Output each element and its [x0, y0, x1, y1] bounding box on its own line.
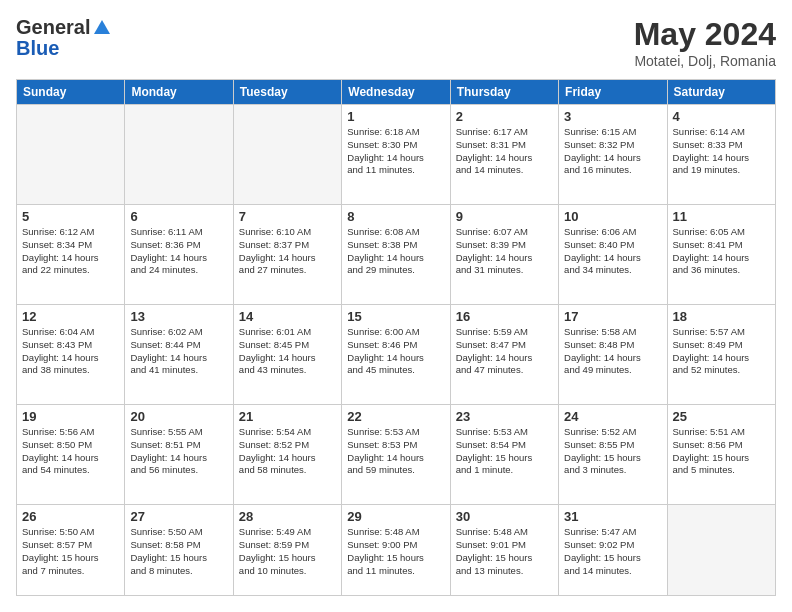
- logo-icon: [92, 18, 112, 38]
- logo: General Blue: [16, 16, 112, 60]
- day-info: Sunrise: 5:51 AM Sunset: 8:56 PM Dayligh…: [673, 426, 770, 477]
- day-info: Sunrise: 5:58 AM Sunset: 8:48 PM Dayligh…: [564, 326, 661, 377]
- day-info: Sunrise: 5:53 AM Sunset: 8:53 PM Dayligh…: [347, 426, 444, 477]
- calendar-header-thursday: Thursday: [450, 80, 558, 105]
- day-number: 4: [673, 109, 770, 124]
- calendar-cell: 7Sunrise: 6:10 AM Sunset: 8:37 PM Daylig…: [233, 205, 341, 305]
- day-number: 20: [130, 409, 227, 424]
- calendar-cell: 6Sunrise: 6:11 AM Sunset: 8:36 PM Daylig…: [125, 205, 233, 305]
- calendar-cell: [667, 505, 775, 596]
- day-info: Sunrise: 5:56 AM Sunset: 8:50 PM Dayligh…: [22, 426, 119, 477]
- calendar-header-friday: Friday: [559, 80, 667, 105]
- day-number: 5: [22, 209, 119, 224]
- calendar-cell: 21Sunrise: 5:54 AM Sunset: 8:52 PM Dayli…: [233, 405, 341, 505]
- day-number: 24: [564, 409, 661, 424]
- day-number: 18: [673, 309, 770, 324]
- day-number: 27: [130, 509, 227, 524]
- day-number: 28: [239, 509, 336, 524]
- day-number: 30: [456, 509, 553, 524]
- day-info: Sunrise: 5:53 AM Sunset: 8:54 PM Dayligh…: [456, 426, 553, 477]
- day-number: 1: [347, 109, 444, 124]
- day-number: 17: [564, 309, 661, 324]
- day-number: 13: [130, 309, 227, 324]
- day-number: 14: [239, 309, 336, 324]
- calendar-cell: 19Sunrise: 5:56 AM Sunset: 8:50 PM Dayli…: [17, 405, 125, 505]
- page: General Blue May 2024 Motatei, Dolj, Rom…: [0, 0, 792, 612]
- logo-blue: Blue: [16, 37, 59, 60]
- calendar-cell: 29Sunrise: 5:48 AM Sunset: 9:00 PM Dayli…: [342, 505, 450, 596]
- calendar-week-1: 5Sunrise: 6:12 AM Sunset: 8:34 PM Daylig…: [17, 205, 776, 305]
- day-info: Sunrise: 5:48 AM Sunset: 9:01 PM Dayligh…: [456, 526, 553, 577]
- calendar-cell: 18Sunrise: 5:57 AM Sunset: 8:49 PM Dayli…: [667, 305, 775, 405]
- day-info: Sunrise: 6:02 AM Sunset: 8:44 PM Dayligh…: [130, 326, 227, 377]
- calendar-cell: 20Sunrise: 5:55 AM Sunset: 8:51 PM Dayli…: [125, 405, 233, 505]
- day-info: Sunrise: 6:12 AM Sunset: 8:34 PM Dayligh…: [22, 226, 119, 277]
- calendar-cell: 17Sunrise: 5:58 AM Sunset: 8:48 PM Dayli…: [559, 305, 667, 405]
- day-number: 6: [130, 209, 227, 224]
- calendar-header-row: SundayMondayTuesdayWednesdayThursdayFrid…: [17, 80, 776, 105]
- day-number: 11: [673, 209, 770, 224]
- day-number: 8: [347, 209, 444, 224]
- day-number: 9: [456, 209, 553, 224]
- calendar-cell: 28Sunrise: 5:49 AM Sunset: 8:59 PM Dayli…: [233, 505, 341, 596]
- calendar-cell: 3Sunrise: 6:15 AM Sunset: 8:32 PM Daylig…: [559, 105, 667, 205]
- day-info: Sunrise: 6:08 AM Sunset: 8:38 PM Dayligh…: [347, 226, 444, 277]
- calendar-cell: 11Sunrise: 6:05 AM Sunset: 8:41 PM Dayli…: [667, 205, 775, 305]
- day-number: 22: [347, 409, 444, 424]
- day-number: 2: [456, 109, 553, 124]
- day-info: Sunrise: 6:05 AM Sunset: 8:41 PM Dayligh…: [673, 226, 770, 277]
- calendar-cell: 12Sunrise: 6:04 AM Sunset: 8:43 PM Dayli…: [17, 305, 125, 405]
- day-info: Sunrise: 6:04 AM Sunset: 8:43 PM Dayligh…: [22, 326, 119, 377]
- day-info: Sunrise: 6:11 AM Sunset: 8:36 PM Dayligh…: [130, 226, 227, 277]
- day-info: Sunrise: 6:10 AM Sunset: 8:37 PM Dayligh…: [239, 226, 336, 277]
- day-number: 25: [673, 409, 770, 424]
- day-info: Sunrise: 6:06 AM Sunset: 8:40 PM Dayligh…: [564, 226, 661, 277]
- calendar-header-monday: Monday: [125, 80, 233, 105]
- title-section: May 2024 Motatei, Dolj, Romania: [634, 16, 776, 69]
- day-info: Sunrise: 6:17 AM Sunset: 8:31 PM Dayligh…: [456, 126, 553, 177]
- calendar-cell: 22Sunrise: 5:53 AM Sunset: 8:53 PM Dayli…: [342, 405, 450, 505]
- calendar-cell: 5Sunrise: 6:12 AM Sunset: 8:34 PM Daylig…: [17, 205, 125, 305]
- calendar-cell: 13Sunrise: 6:02 AM Sunset: 8:44 PM Dayli…: [125, 305, 233, 405]
- calendar-cell: 10Sunrise: 6:06 AM Sunset: 8:40 PM Dayli…: [559, 205, 667, 305]
- day-number: 19: [22, 409, 119, 424]
- day-info: Sunrise: 5:52 AM Sunset: 8:55 PM Dayligh…: [564, 426, 661, 477]
- day-info: Sunrise: 6:15 AM Sunset: 8:32 PM Dayligh…: [564, 126, 661, 177]
- calendar-cell: 26Sunrise: 5:50 AM Sunset: 8:57 PM Dayli…: [17, 505, 125, 596]
- day-info: Sunrise: 5:47 AM Sunset: 9:02 PM Dayligh…: [564, 526, 661, 577]
- calendar-cell: [233, 105, 341, 205]
- calendar-header-sunday: Sunday: [17, 80, 125, 105]
- calendar-cell: 25Sunrise: 5:51 AM Sunset: 8:56 PM Dayli…: [667, 405, 775, 505]
- day-number: 12: [22, 309, 119, 324]
- calendar-cell: [125, 105, 233, 205]
- svg-marker-0: [94, 20, 110, 34]
- day-number: 3: [564, 109, 661, 124]
- day-info: Sunrise: 5:48 AM Sunset: 9:00 PM Dayligh…: [347, 526, 444, 577]
- calendar-cell: 15Sunrise: 6:00 AM Sunset: 8:46 PM Dayli…: [342, 305, 450, 405]
- day-info: Sunrise: 5:54 AM Sunset: 8:52 PM Dayligh…: [239, 426, 336, 477]
- day-info: Sunrise: 5:50 AM Sunset: 8:57 PM Dayligh…: [22, 526, 119, 577]
- day-info: Sunrise: 6:01 AM Sunset: 8:45 PM Dayligh…: [239, 326, 336, 377]
- calendar-week-4: 26Sunrise: 5:50 AM Sunset: 8:57 PM Dayli…: [17, 505, 776, 596]
- header: General Blue May 2024 Motatei, Dolj, Rom…: [16, 16, 776, 69]
- day-info: Sunrise: 6:07 AM Sunset: 8:39 PM Dayligh…: [456, 226, 553, 277]
- calendar-week-2: 12Sunrise: 6:04 AM Sunset: 8:43 PM Dayli…: [17, 305, 776, 405]
- calendar-cell: 27Sunrise: 5:50 AM Sunset: 8:58 PM Dayli…: [125, 505, 233, 596]
- calendar-cell: 24Sunrise: 5:52 AM Sunset: 8:55 PM Dayli…: [559, 405, 667, 505]
- calendar-cell: 30Sunrise: 5:48 AM Sunset: 9:01 PM Dayli…: [450, 505, 558, 596]
- day-number: 21: [239, 409, 336, 424]
- day-info: Sunrise: 5:49 AM Sunset: 8:59 PM Dayligh…: [239, 526, 336, 577]
- day-info: Sunrise: 5:59 AM Sunset: 8:47 PM Dayligh…: [456, 326, 553, 377]
- calendar-cell: [17, 105, 125, 205]
- calendar-cell: 1Sunrise: 6:18 AM Sunset: 8:30 PM Daylig…: [342, 105, 450, 205]
- day-number: 29: [347, 509, 444, 524]
- location: Motatei, Dolj, Romania: [634, 53, 776, 69]
- calendar-cell: 8Sunrise: 6:08 AM Sunset: 8:38 PM Daylig…: [342, 205, 450, 305]
- day-info: Sunrise: 6:18 AM Sunset: 8:30 PM Dayligh…: [347, 126, 444, 177]
- day-number: 7: [239, 209, 336, 224]
- calendar-week-3: 19Sunrise: 5:56 AM Sunset: 8:50 PM Dayli…: [17, 405, 776, 505]
- month-title: May 2024: [634, 16, 776, 53]
- day-info: Sunrise: 5:50 AM Sunset: 8:58 PM Dayligh…: [130, 526, 227, 577]
- calendar-week-0: 1Sunrise: 6:18 AM Sunset: 8:30 PM Daylig…: [17, 105, 776, 205]
- day-info: Sunrise: 6:00 AM Sunset: 8:46 PM Dayligh…: [347, 326, 444, 377]
